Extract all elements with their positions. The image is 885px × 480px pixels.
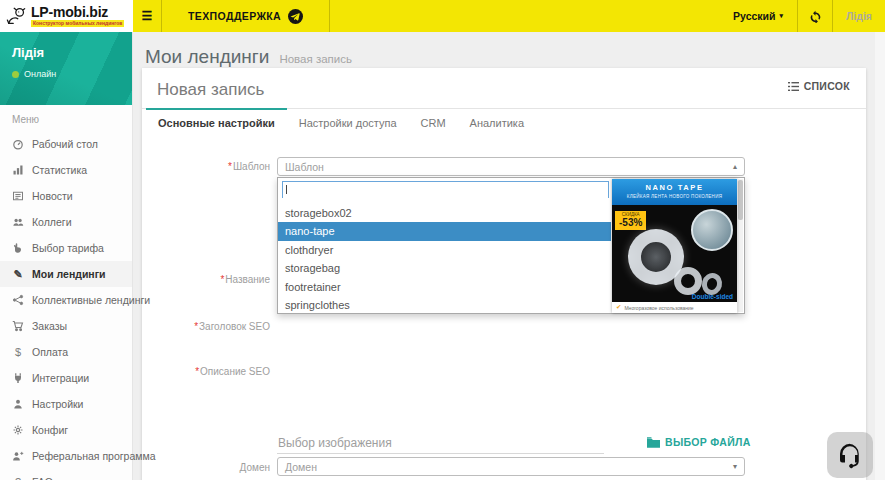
folder-icon [647,437,660,448]
language-label: Русский [733,10,775,22]
headset-icon [835,440,865,470]
sidebar-item-colleagues[interactable]: Коллеги [0,209,132,235]
refresh-button[interactable] [798,0,832,32]
share-icon [11,294,25,306]
support-label: ТЕХПОДДЕРЖКА [188,10,281,22]
page-scrollbar[interactable] [875,32,885,480]
preview-body: СКИДКА -53% Double-sided [612,205,737,302]
plug-icon [11,372,25,384]
dollar-icon: $ [11,346,25,358]
sidebar-item-config[interactable]: Конфиг [0,417,132,443]
preview-feature-row: ✔ Многоразовое использование [612,302,737,313]
dropdown-scrollbar-thumb[interactable] [738,180,743,220]
tab-analytics[interactable]: Аналитика [458,109,536,137]
tape-roll-graphic [674,267,702,295]
seo-description-label: *Описание SEO [142,366,270,377]
dropdown-option-selected[interactable]: nano-tape [278,222,611,240]
page-header: Мои лендинги Новая запись [145,46,352,68]
list-icon [788,82,799,91]
dropdown-option[interactable]: storagebox02 [278,204,611,222]
tab-main-settings[interactable]: Основные настройки [146,109,287,137]
breadcrumb: Новая запись [279,53,352,65]
support-button[interactable]: ТЕХПОДДЕРЖКА [162,0,329,32]
template-preview-thumbnail: NANO TAPE КЛЕЙКАЯ ЛЕНТА НОВОГО ПОКОЛЕНИЯ… [612,179,737,313]
logo-dog-icon [5,6,27,26]
online-status-dot [12,71,19,78]
chevron-up-icon: ▴ [733,162,737,171]
content-card: Новая запись СПИСОК Основные настройки Н… [142,68,866,480]
language-selector[interactable]: Русский ▾ [719,0,797,32]
topbar: LP-mobi.biz Конструктор мобильных лендин… [0,0,885,32]
name-label: *Название [142,274,270,285]
template-label: *Шаблон [142,161,270,172]
sidebar-user-panel: Лідія Онлайн [0,32,132,105]
user-plus-icon [11,450,25,462]
sidebar-item-integrations[interactable]: Интеграции [0,365,132,391]
topbar-username[interactable]: Лідія [833,0,885,32]
gears-icon [11,424,25,436]
dropdown-option[interactable]: clothdryer [278,241,611,259]
dropdown-scrollbar[interactable] [738,179,743,312]
template-dropdown: storagebox02 nano-tape clothdryer storag… [277,177,745,314]
tab-crm[interactable]: CRM [409,109,458,137]
tab-access-settings[interactable]: Настройки доступа [287,109,409,137]
sidebar-item-collective-landings[interactable]: Коллективные лендинги [0,287,132,313]
dropdown-option[interactable]: storagebag [278,259,611,277]
sync-icon [809,10,822,23]
sidebar-item-orders[interactable]: Заказы [0,313,132,339]
sidebar-item-tariff[interactable]: Выбор тарифа [0,235,132,261]
colleagues-icon [11,216,25,228]
sidebar-item-settings[interactable]: Настройки [0,391,132,417]
sidebar-item-statistics[interactable]: Статистика [0,157,132,183]
landing-form: *Шаблон *Название *Заголовок SEO *Описан… [142,137,866,480]
og-image-input[interactable] [277,433,604,454]
sidebar-item-referral[interactable]: Реферальная программа [0,443,132,469]
dropdown-search-input[interactable] [283,185,608,200]
user-icon [11,398,25,410]
choose-file-button[interactable]: ВЫБОР ФАЙЛА [647,436,751,448]
dropdown-option-list: storagebox02 nano-tape clothdryer storag… [278,204,611,313]
logo[interactable]: LP-mobi.biz Конструктор мобильных лендин… [0,0,133,32]
chevron-down-icon: ▾ [779,12,783,20]
sidebar-toggle-button[interactable]: ☰ [133,0,161,32]
sidebar: Лідія Онлайн Меню Рабочий стол Статистик… [0,32,133,480]
tab-bar: Основные настройки Настройки доступа CRM… [142,108,866,137]
dropdown-option[interactable]: springclothes [278,296,611,313]
sidebar-item-faq[interactable]: ? FAQ [0,469,132,480]
dropdown-option[interactable]: footretainer [278,278,611,296]
template-select[interactable]: Шаблон ▴ [277,157,745,176]
domain-select[interactable]: Домен ▾ [277,457,745,476]
stats-icon [11,164,25,176]
sidebar-item-news[interactable]: Новости [0,183,132,209]
preview-title: NANO TAPE [612,183,737,192]
check-icon: ✔ [616,304,621,311]
dashboard-icon [11,138,25,150]
topbar-divider [329,0,330,32]
preview-caption: Double-sided [692,293,733,300]
preview-feature: Многоразовое использование [624,305,693,311]
preview-inset-photo [691,209,733,251]
page-title: Мои лендинги [145,46,269,68]
main-area: Мои лендинги Новая запись Новая запись С… [133,32,885,480]
sidebar-item-my-landings[interactable]: ✎ Мои лендинги [0,261,132,287]
logo-subtitle: Конструктор мобильных лендингов [31,20,124,27]
list-button[interactable]: СПИСОК [788,80,850,92]
sidebar-username: Лідія [0,32,132,60]
chevron-down-icon: ▾ [733,462,737,471]
sidebar-item-payment[interactable]: $ Оплата [0,339,132,365]
telegram-icon [288,9,303,24]
text-cursor [286,185,287,194]
dropdown-search-wrap [282,181,609,198]
news-icon [11,190,25,202]
status-label: Онлайн [24,69,56,79]
user-status: Онлайн [0,60,132,79]
preview-subtitle: КЛЕЙКАЯ ЛЕНТА НОВОГО ПОКОЛЕНИЯ [612,194,737,199]
logo-title: LP-mobi.biz [31,5,124,19]
support-chat-button[interactable] [827,432,873,478]
domain-label: Домен [142,462,270,473]
cart-icon [11,320,25,332]
question-icon: ? [11,476,25,480]
sidebar-item-dashboard[interactable]: Рабочий стол [0,131,132,157]
seo-title-label: *Заголовок SEO [142,321,270,332]
card-title: Новая запись [157,80,264,100]
